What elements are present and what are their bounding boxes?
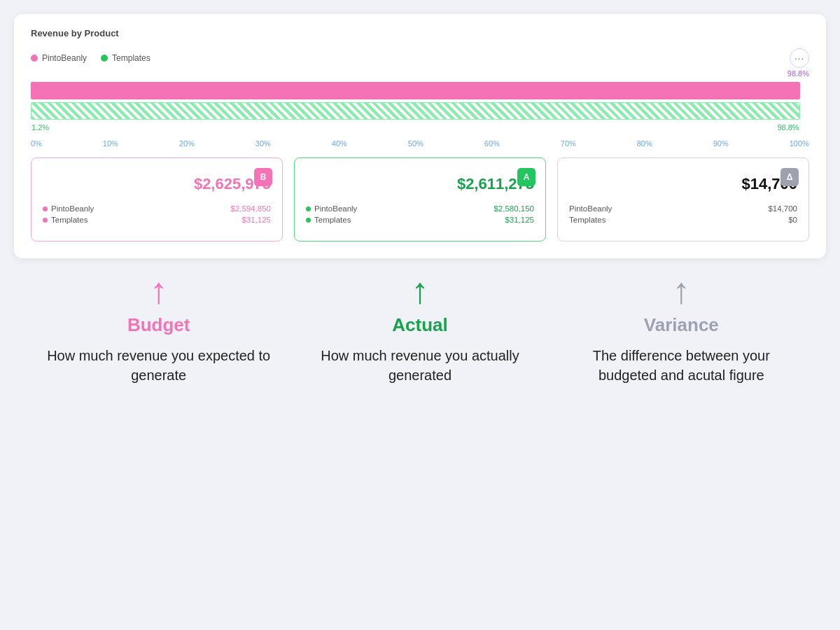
axis-tick-50: 50%	[408, 139, 424, 148]
axis-tick-100: 100%	[790, 139, 809, 148]
kpi-actual-pinto-dot	[306, 206, 311, 211]
kpi-budget-templates-value: $31,125	[241, 216, 271, 224]
legend-row: PintoBeanly Templates ···	[31, 48, 809, 68]
kpi-budget-pinto-text: PintoBeanly	[51, 204, 94, 213]
kpi-actual-templates-text: Templates	[314, 216, 351, 224]
legend-items: PintoBeanly Templates	[31, 53, 150, 63]
axis-tick-0: 0%	[31, 139, 42, 148]
axis-tick-90: 90%	[713, 139, 729, 148]
kpi-line-actual-pinto: PintoBeanly $2,580,150	[306, 204, 534, 213]
kpi-actual-pinto-value: $2,580,150	[493, 204, 534, 213]
kpi-variance-templates-label: Templates	[569, 216, 606, 224]
explain-title-actual: Actual	[392, 314, 447, 336]
axis-tick-60: 60%	[484, 139, 500, 148]
bottom-section: ↑ Budget How much revenue you expected t…	[14, 265, 826, 385]
page-wrapper: Revenue by Product PintoBeanly Templates…	[14, 14, 826, 385]
legend-item-pinto: PintoBeanly	[31, 53, 87, 63]
arrow-variance: ↑	[672, 272, 690, 309]
legend-label-pinto: PintoBeanly	[42, 53, 87, 63]
more-options-button[interactable]: ···	[790, 48, 809, 68]
explain-text-variance: The difference between your budgeted and…	[565, 346, 798, 385]
kpi-actual-templates-dot	[306, 218, 311, 223]
bar-chart-area: 98.8% 1.2% 98.8%	[31, 82, 809, 120]
arrow-budget: ↑	[150, 272, 168, 309]
kpi-line-variance-pinto: PintoBeanly $14,700	[569, 204, 797, 213]
bar-right-label: 98.8%	[777, 123, 799, 132]
axis-row: 0% 10% 20% 30% 40% 50% 60% 70% 80% 90% 1…	[31, 139, 809, 148]
legend-label-templates: Templates	[112, 53, 150, 63]
kpi-row: B $2,625,975 PintoBeanly $2,594,850 Temp…	[31, 158, 809, 241]
kpi-budget-templates-dot	[43, 218, 48, 223]
legend-dot-pink	[31, 55, 38, 62]
kpi-line-budget-pinto: PintoBeanly $2,594,850	[43, 204, 271, 213]
axis-tick-30: 30%	[255, 139, 271, 148]
kpi-line-budget-templates: Templates $31,125	[43, 216, 271, 224]
kpi-badge-budget: B	[254, 168, 272, 186]
legend-item-templates: Templates	[101, 53, 150, 63]
kpi-budget-templates-label: Templates	[43, 216, 88, 224]
axis-tick-70: 70%	[561, 139, 576, 148]
explain-title-budget: Budget	[127, 314, 190, 336]
axis-tick-10: 10%	[103, 139, 118, 148]
explain-col-variance: ↑ Variance The difference between your b…	[551, 265, 812, 385]
kpi-variance-templates-value: $0	[788, 216, 797, 224]
kpi-variance-pinto-text: PintoBeanly	[569, 204, 612, 213]
arrow-actual: ↑	[411, 272, 429, 309]
kpi-variance-pinto-label: PintoBeanly	[569, 204, 612, 213]
kpi-badge-variance: Δ	[780, 168, 799, 186]
chart-title: Revenue by Product	[31, 28, 809, 38]
bar-container: 1.2% 98.8%	[31, 82, 809, 120]
kpi-budget-pinto-dot	[43, 206, 48, 211]
kpi-card-actual: A $2,611,275 PintoBeanly $2,580,150 Temp…	[294, 158, 546, 241]
explain-text-budget: How much revenue you expected to generat…	[42, 346, 275, 385]
kpi-budget-pinto-value: $2,594,850	[230, 204, 271, 213]
bar-left-label: 1.2%	[31, 123, 49, 132]
kpi-line-actual-templates: Templates $31,125	[306, 216, 534, 224]
chart-card: Revenue by Product PintoBeanly Templates…	[14, 14, 826, 258]
kpi-variance-pinto-value: $14,700	[768, 204, 797, 213]
explain-text-actual: How much revenue you actually generated	[303, 346, 536, 385]
kpi-badge-actual: A	[517, 168, 536, 186]
kpi-actual-pinto-label: PintoBeanly	[306, 204, 357, 213]
legend-dot-green	[101, 55, 108, 62]
axis-tick-80: 80%	[637, 139, 652, 148]
kpi-actual-templates-label: Templates	[306, 216, 351, 224]
explain-col-actual: ↑ Actual How much revenue you actually g…	[289, 265, 550, 385]
kpi-card-budget: B $2,625,975 PintoBeanly $2,594,850 Temp…	[31, 158, 283, 241]
axis-tick-20: 20%	[179, 139, 195, 148]
kpi-actual-templates-value: $31,125	[505, 216, 534, 224]
bar-pink	[31, 82, 800, 99]
kpi-amount-actual: $2,611,275	[306, 175, 534, 193]
kpi-amount-budget: $2,625,975	[43, 175, 271, 193]
kpi-line-variance-templates: Templates $0	[569, 216, 797, 224]
kpi-variance-templates-text: Templates	[569, 216, 606, 224]
kpi-card-variance: Δ $14,700 PintoBeanly $14,700 Templates …	[557, 158, 809, 241]
kpi-amount-variance: $14,700	[569, 175, 797, 193]
bar-top-right-label: 98.8%	[788, 69, 809, 78]
more-button-label: ···	[794, 52, 805, 64]
kpi-budget-pinto-label: PintoBeanly	[43, 204, 94, 213]
kpi-actual-pinto-text: PintoBeanly	[314, 204, 357, 213]
kpi-budget-templates-text: Templates	[51, 216, 88, 224]
explain-title-variance: Variance	[644, 314, 719, 336]
explain-col-budget: ↑ Budget How much revenue you expected t…	[28, 265, 289, 385]
bar-green: 1.2% 98.8%	[31, 102, 800, 120]
axis-tick-40: 40%	[332, 139, 347, 148]
